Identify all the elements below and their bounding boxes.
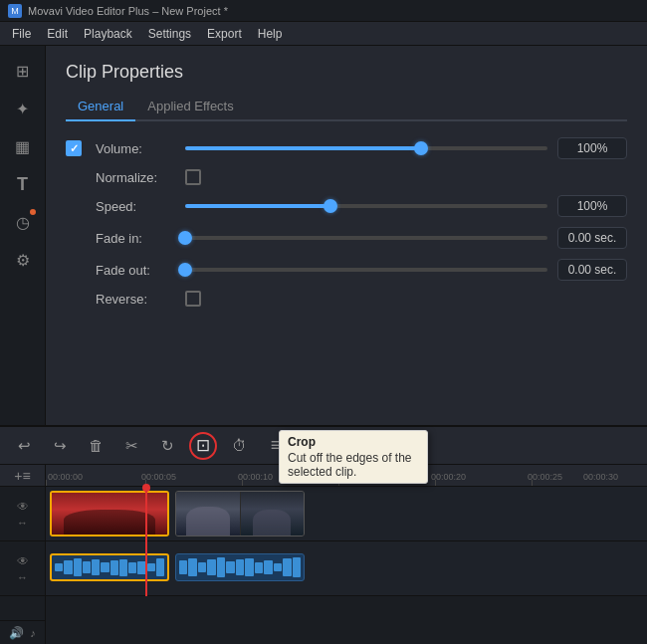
speed-slider-track[interactable] <box>185 204 547 208</box>
volume-slider-fill <box>185 146 421 150</box>
undo-icon: ↩ <box>18 437 31 455</box>
sidebar-btn-filters[interactable]: ▦ <box>6 129 40 163</box>
eye-icon[interactable]: 👁 <box>17 500 29 514</box>
menu-help[interactable]: Help <box>250 25 291 43</box>
audio-clip-2[interactable] <box>175 553 305 581</box>
cut-button[interactable]: ✂ <box>117 432 145 460</box>
speed-slider-container[interactable] <box>185 204 547 208</box>
volume-label: Volume: <box>96 141 175 156</box>
wave-bar <box>198 562 206 572</box>
sidebar-btn-magic[interactable]: ✦ <box>6 92 40 125</box>
speed-value: 100% <box>557 195 627 217</box>
lock-icon[interactable]: ↔ <box>17 517 28 529</box>
redo-button[interactable]: ↪ <box>46 432 74 460</box>
undo-button[interactable]: ↩ <box>10 432 38 460</box>
wave-bar <box>83 561 91 573</box>
fade-out-slider-container[interactable] <box>185 268 547 272</box>
filters-icon: ▦ <box>15 137 30 156</box>
track-controls: +≡ 👁 ↔ 👁 ↔ 🔊 ♪ <box>0 465 46 644</box>
audio-eye-icon[interactable]: 👁 <box>17 554 29 568</box>
menu-edit[interactable]: Edit <box>39 25 76 43</box>
fade-in-slider-track[interactable] <box>185 236 547 240</box>
rotate-icon: ↻ <box>161 437 174 455</box>
wave-bar <box>217 557 225 577</box>
waveform-1 <box>52 555 167 579</box>
audio-track-controls: 👁 ↔ <box>0 541 45 596</box>
clip-frame-1 <box>52 493 167 535</box>
normalize-checkbox[interactable] <box>185 169 201 185</box>
wave-bar <box>119 559 127 576</box>
fade-out-row: Fade out: 0.00 sec. <box>66 259 627 281</box>
volume-slider-container[interactable] <box>185 146 547 150</box>
audio-lock-icon[interactable]: ↔ <box>17 571 28 583</box>
tab-general[interactable]: General <box>66 95 135 121</box>
time-mark-1: 00:00:05 <box>141 472 176 482</box>
fade-out-slider-track[interactable] <box>185 268 547 272</box>
tab-applied-effects[interactable]: Applied Effects <box>135 95 245 121</box>
audio-track <box>46 541 647 596</box>
rotate-button[interactable]: ↻ <box>153 432 181 460</box>
tabs: General Applied Effects <box>66 95 627 121</box>
video-track-controls: 👁 ↔ <box>0 487 45 541</box>
duration-button[interactable]: ⏱ <box>225 432 253 460</box>
wave-bar <box>255 562 263 573</box>
tracks <box>46 487 647 596</box>
track-icon-col: 👁 ↔ 👁 ↔ <box>0 487 45 620</box>
time-mark-6: 00:00:30 <box>583 472 618 482</box>
speed-slider-thumb[interactable] <box>324 199 337 213</box>
fade-in-slider-thumb[interactable] <box>178 231 192 245</box>
playhead-head <box>142 484 150 492</box>
wave-bar <box>274 563 282 572</box>
tooltip-description: Cut off the edges of the selected clip. <box>288 451 419 479</box>
playhead[interactable] <box>145 487 147 596</box>
left-sidebar: ⊞ ✦ ▦ T ◷ ⚙ <box>0 46 46 425</box>
panel-title: Clip Properties <box>66 62 627 83</box>
tools-icon: ⚙ <box>16 251 30 270</box>
sidebar-btn-tools[interactable]: ⚙ <box>6 243 40 277</box>
video-track <box>46 487 647 541</box>
wave-bar <box>128 562 136 573</box>
menu-export[interactable]: Export <box>199 25 250 43</box>
fade-in-row: Fade in: 0.00 sec. <box>66 227 627 249</box>
fade-in-value: 0.00 sec. <box>557 227 627 249</box>
reverse-label: Reverse: <box>96 292 175 307</box>
timeline-body: +≡ 👁 ↔ 👁 ↔ 🔊 ♪ 00: <box>0 465 647 644</box>
sidebar-btn-media[interactable]: ⊞ <box>6 54 40 88</box>
volume-slider-track[interactable] <box>185 146 547 150</box>
time-icon: ◷ <box>16 213 30 232</box>
reverse-checkbox[interactable] <box>185 291 201 307</box>
fade-out-label: Fade out: <box>96 263 175 278</box>
volume-slider-thumb[interactable] <box>414 141 428 155</box>
time-mark-4: 00:00:20 <box>431 472 466 482</box>
fade-out-slider-thumb[interactable] <box>178 263 192 277</box>
properties-panel: Clip Properties General Applied Effects … <box>46 46 647 425</box>
menu-settings[interactable]: Settings <box>140 25 199 43</box>
volume-checkbox[interactable]: ✓ <box>66 140 82 156</box>
music-icon[interactable]: ♪ <box>30 627 36 639</box>
speed-label: Speed: <box>96 199 175 214</box>
sidebar-btn-text[interactable]: T <box>6 167 40 201</box>
menu-bar: File Edit Playback Settings Export Help <box>0 22 647 46</box>
main-layout: ⊞ ✦ ▦ T ◷ ⚙ Clip Properties General Appl… <box>0 46 647 425</box>
wave-bar <box>55 563 63 571</box>
crop-button[interactable]: ⊡ <box>189 432 217 460</box>
audio-clip-1[interactable] <box>50 553 169 581</box>
sidebar-btn-time[interactable]: ◷ <box>6 205 40 239</box>
menu-playback[interactable]: Playback <box>76 25 140 43</box>
delete-icon: 🗑 <box>89 437 104 454</box>
checkbox-check-icon: ✓ <box>70 142 79 155</box>
wave-bar <box>188 558 196 576</box>
wave-bar <box>207 559 215 576</box>
add-track-icon[interactable]: +≡ <box>14 468 30 484</box>
video-clip-1[interactable] <box>50 491 169 537</box>
menu-file[interactable]: File <box>4 25 39 43</box>
waveform-2 <box>176 554 304 580</box>
video-clip-2[interactable] <box>175 491 305 537</box>
speaker-icon[interactable]: 🔊 <box>9 626 24 640</box>
fade-in-slider-container[interactable] <box>185 236 547 240</box>
crop-icon: ⊡ <box>196 435 210 456</box>
wave-bar <box>64 560 72 574</box>
wave-bar <box>236 559 244 574</box>
wave-bar <box>74 558 82 576</box>
delete-button[interactable]: 🗑 <box>82 432 109 460</box>
